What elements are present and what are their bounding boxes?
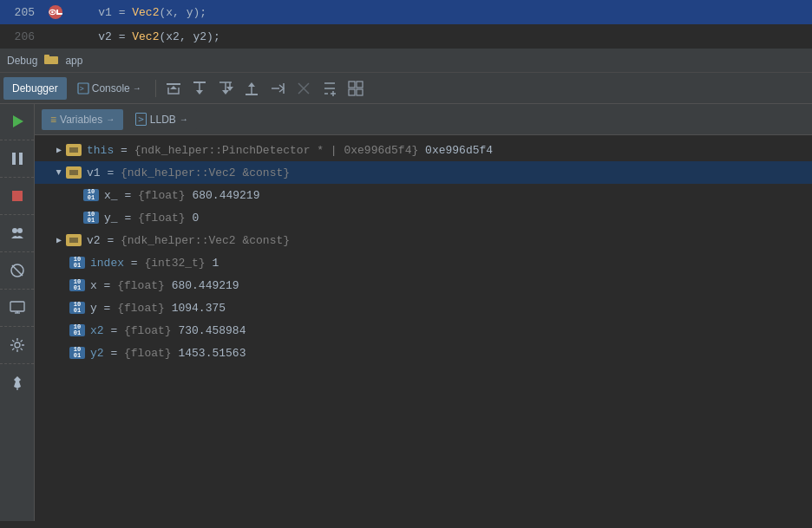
type-icon-x2: 1001	[69, 324, 85, 336]
line-number-205: 205	[0, 6, 43, 19]
var-row-index[interactable]: 1001 index = {int32_t} 1	[35, 251, 812, 274]
svg-rect-39	[10, 302, 24, 311]
var-value-index: = {int32_t} 1	[124, 257, 219, 270]
step-over-btn[interactable]	[161, 76, 186, 101]
svg-marker-9	[196, 90, 203, 95]
step-into-icon	[191, 80, 208, 97]
console-arrow: →	[133, 83, 141, 93]
var-row-y2[interactable]: 1001 y2 = {float} 1453.51563	[35, 342, 812, 364]
svg-rect-10	[193, 81, 206, 83]
svg-rect-32	[12, 153, 16, 165]
console-icon: >	[77, 82, 89, 95]
var-icon-v1	[66, 166, 82, 179]
var-value-x2: = {float} 730.458984	[104, 324, 246, 337]
svg-rect-18	[246, 94, 258, 95]
var-row-v1[interactable]: ▶ v1 = {ndk_helper::Vec2 &const}	[35, 161, 812, 184]
evaluate-btn[interactable]	[291, 76, 316, 101]
svg-rect-34	[12, 191, 23, 201]
svg-rect-28	[357, 81, 363, 88]
stop-icon	[10, 188, 25, 204]
tab-debugger[interactable]: Debugger	[3, 77, 67, 100]
expand-btn-this[interactable]: ▶	[52, 143, 66, 157]
var-value-y: = {float} 1094.375	[97, 302, 226, 315]
var-name-y_: y_	[104, 212, 118, 225]
tab-lldb[interactable]: > LLDB →	[127, 109, 197, 130]
svg-rect-29	[349, 89, 355, 95]
code-line-205: 205 v1 = Vec2(x, y);	[0, 0, 812, 24]
threads-icon	[10, 225, 25, 241]
sidebar-icon-pin[interactable]	[3, 368, 31, 396]
toolbar-separator-1	[155, 80, 156, 97]
line-number-206: 206	[0, 30, 43, 43]
svg-point-42	[15, 342, 20, 348]
var-name-v1: v1	[87, 166, 101, 179]
var-row-x_[interactable]: 1001 x_ = {float} 680.449219	[35, 184, 812, 206]
svg-rect-6	[167, 83, 180, 85]
var-tab-icon-lldb: >	[135, 113, 147, 126]
var-row-v2[interactable]: ▶ v2 = {ndk_helper::Vec2 &const}	[35, 229, 812, 251]
svg-line-38	[12, 265, 23, 276]
run-to-cursor-icon	[269, 80, 286, 97]
svg-marker-12	[222, 90, 229, 95]
resume-icon	[10, 114, 25, 129]
sidebar-icon-gear[interactable]	[3, 331, 31, 359]
type-icon-x: 1001	[69, 279, 85, 291]
var-value-x_: = {float} 680.449219	[118, 189, 260, 202]
var-name-x2: x2	[90, 324, 104, 337]
var-name-x: x	[90, 279, 97, 292]
svg-rect-3	[44, 55, 49, 58]
code-text-206: v2 = Vec2(x2, y2);	[68, 30, 220, 43]
step-out-btn[interactable]	[239, 76, 264, 101]
svg-text:>: >	[80, 85, 84, 93]
step-into-method-btn[interactable]	[213, 76, 238, 101]
var-row-y[interactable]: 1001 y = {float} 1094.375	[35, 297, 812, 319]
step-into-method-icon	[217, 80, 234, 97]
svg-point-1	[51, 11, 54, 14]
var-value-v1: = {ndk_helper::Vec2 &const}	[101, 166, 290, 179]
var-row-this[interactable]: ▶ this = {ndk_helper::PinchDetector * | …	[35, 139, 812, 161]
sidebar-icon-resume[interactable]	[3, 108, 31, 135]
var-name-y: y	[90, 302, 97, 315]
var-row-x[interactable]: 1001 x = {float} 680.449219	[35, 274, 812, 297]
layout-btn[interactable]	[344, 76, 368, 101]
var-tab-icon-variables: ≡	[50, 114, 56, 126]
layout-icon	[347, 80, 364, 97]
var-tab-label-lldb: LLDB	[150, 114, 176, 126]
var-row-x2[interactable]: 1001 x2 = {float} 730.458984	[35, 319, 812, 342]
var-value-y2: = {float} 1453.51563	[104, 347, 246, 360]
sidebar	[0, 104, 35, 521]
breakpoint-icon[interactable]	[49, 5, 62, 19]
expand-btn-v1[interactable]: ▶	[52, 166, 66, 179]
tab-variables[interactable]: ≡ Variables →	[42, 109, 123, 130]
svg-rect-27	[349, 81, 355, 88]
type-icon-y: 1001	[69, 302, 85, 314]
sidebar-icon-stop[interactable]	[3, 182, 31, 210]
sidebar-icon-pause[interactable]	[3, 145, 31, 173]
main-toolbar: Debugger > Console →	[0, 73, 812, 104]
sidebar-icon-display[interactable]	[3, 294, 31, 322]
type-icon-y_: 1001	[83, 212, 99, 224]
gear-icon	[10, 337, 25, 353]
var-tab-arrow-lldb: →	[180, 114, 188, 124]
svg-rect-30	[357, 89, 363, 95]
code-line-206: 206 v2 = Vec2(x2, y2);	[0, 24, 812, 49]
expand-btn-v2[interactable]: ▶	[52, 233, 66, 247]
step-into-btn[interactable]	[187, 76, 212, 101]
var-name-x_: x_	[104, 189, 118, 202]
more-btn[interactable]	[318, 76, 342, 101]
var-row-y_[interactable]: 1001 y_ = {float} 0	[35, 206, 812, 229]
tab-console[interactable]: > Console →	[69, 77, 150, 100]
run-to-cursor-btn[interactable]	[265, 76, 290, 101]
variables-panel: ≡ Variables → > LLDB → ▶	[35, 104, 812, 521]
svg-point-35	[12, 228, 17, 233]
svg-marker-7	[170, 86, 177, 89]
sidebar-icon-threads[interactable]	[3, 219, 31, 247]
eye-icon	[49, 9, 56, 16]
code-text-205: v1 = Vec2(x, y);	[68, 6, 206, 19]
sidebar-icon-no-entry[interactable]	[3, 257, 31, 284]
var-tab-label-variables: Variables	[60, 114, 102, 126]
var-name-this: this	[87, 144, 114, 157]
variables-list: ▶ this = {ndk_helper::PinchDetector * | …	[35, 135, 812, 368]
var-icon-this	[66, 144, 82, 156]
var-icon-v2	[66, 234, 82, 246]
